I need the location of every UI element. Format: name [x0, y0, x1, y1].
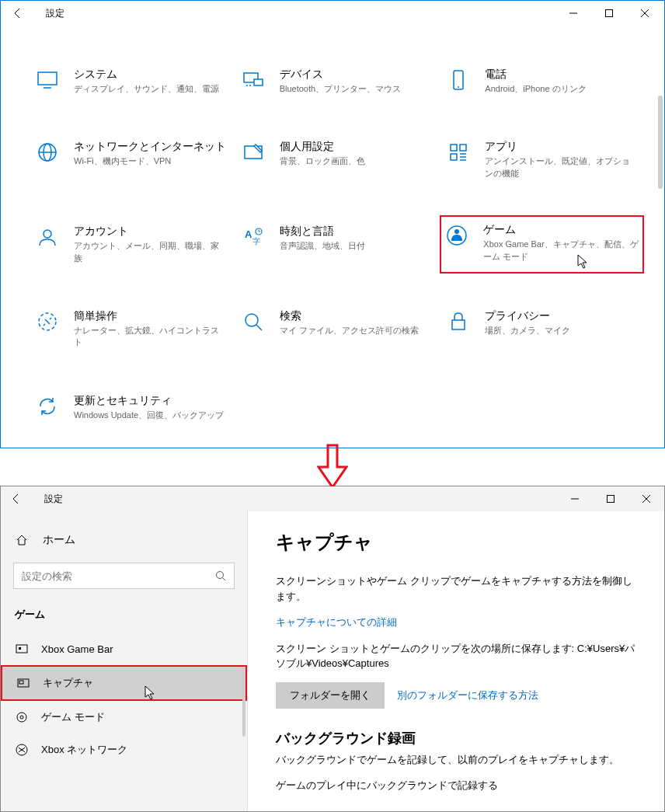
category-title: 検索: [280, 309, 433, 323]
category-title: アカウント: [74, 225, 227, 239]
category-desc: 背景、ロック画面、色: [280, 155, 433, 167]
maximize-button[interactable]: [591, 1, 627, 26]
ease-icon: [35, 309, 60, 334]
learn-more-link[interactable]: キャプチャについての詳細: [276, 616, 397, 628]
svg-rect-17: [460, 145, 466, 151]
category-phone[interactable]: 電話Android、iPhone のリンク: [443, 64, 641, 98]
category-title: 更新とセキュリティ: [74, 394, 227, 408]
open-folder-button[interactable]: フォルダーを開く: [276, 682, 385, 709]
svg-rect-7: [254, 79, 263, 85]
svg-rect-16: [451, 145, 457, 151]
svg-rect-33: [452, 320, 465, 329]
background-toggle-label: ゲームのプレイ中にバックグラウンドで記録する: [276, 778, 636, 793]
search-box[interactable]: [13, 563, 235, 589]
svg-point-11: [458, 86, 459, 88]
intro-text: スクリーンショットやゲーム クリップでゲームをキャプチャする方法を制御します。: [276, 573, 636, 604]
phone-icon: [446, 68, 471, 92]
svg-text:字: 字: [252, 237, 260, 246]
network-icon: [35, 140, 60, 165]
scrollbar[interactable]: [658, 96, 663, 189]
xbox-network-icon: [15, 743, 29, 757]
sidebar-item-label: キャプチャ: [43, 676, 93, 690]
category-title: 時刻と言語: [280, 225, 433, 239]
sidebar-section-label: ゲーム: [1, 601, 247, 633]
close-button[interactable]: [628, 486, 664, 511]
titlebar: 設定: [1, 1, 664, 26]
sidebar-item-xbox-gamebar[interactable]: Xbox Game Bar: [1, 633, 247, 665]
category-privacy[interactable]: プライバシー場所、カメラ、マイク: [443, 306, 641, 352]
home-icon: [15, 533, 29, 547]
captures-icon: [16, 676, 30, 690]
devices-icon: [241, 68, 266, 92]
category-time[interactable]: A字時刻と言語音声認識、地域、日付: [238, 221, 436, 267]
category-desc: Android、iPhone のリンク: [485, 83, 638, 95]
svg-point-29: [454, 229, 459, 234]
svg-rect-40: [16, 645, 27, 653]
svg-rect-1: [606, 10, 613, 17]
category-desc: マイ ファイル、アクセス許可の検索: [280, 325, 433, 336]
category-network[interactable]: ネットワークとインターネットWi-Fi、機内モード、VPN: [32, 137, 230, 183]
svg-point-9: [249, 85, 251, 86]
svg-rect-4: [38, 72, 57, 85]
svg-point-38: [217, 572, 224, 579]
category-personalization[interactable]: 個人用設定背景、ロック画面、色: [238, 137, 436, 183]
category-title: ネットワークとインターネット: [74, 140, 227, 154]
personalization-icon: [241, 140, 266, 165]
category-devices[interactable]: デバイスBluetooth、プリンター、マウス: [238, 64, 436, 98]
settings-window-capture: 設定 ホーム ゲーム Xbox Game Barキャプチャゲーム モードX: [0, 486, 665, 812]
other-folder-link[interactable]: 別のフォルダーに保存する方法: [397, 688, 538, 702]
category-title: ゲーム: [483, 223, 639, 237]
sidebar-item-gamemode[interactable]: ゲーム モード: [1, 701, 247, 734]
sidebar-item-label: Xbox Game Bar: [41, 643, 113, 655]
category-system[interactable]: システムディスプレイ、サウンド、通知、電源: [32, 64, 230, 98]
background-desc: バックグラウンドでゲームを記録して、以前のプレイをキャプチャします。: [276, 752, 636, 768]
sidebar-scrollbar[interactable]: [242, 667, 245, 737]
category-desc: Windows Update、回復、バックアップ: [74, 409, 227, 421]
cursor-icon: [144, 685, 157, 698]
search-input[interactable]: [22, 570, 215, 582]
back-button[interactable]: [7, 490, 26, 508]
save-path-text: スクリーン ショットとゲームのクリップを次の場所に保存します: C:¥Users…: [276, 641, 636, 671]
category-ease[interactable]: 簡単操作ナレーター、拡大鏡、ハイコントラスト: [32, 306, 230, 352]
window-title: 設定: [44, 493, 63, 506]
sidebar-item-captures[interactable]: キャプチャ: [1, 665, 247, 701]
svg-rect-43: [19, 681, 23, 684]
category-desc: ナレーター、拡大鏡、ハイコントラスト: [74, 325, 227, 349]
svg-point-8: [246, 85, 248, 86]
category-update[interactable]: 更新とセキュリティWindows Update、回復、バックアップ: [32, 391, 230, 424]
category-title: 電話: [485, 68, 638, 82]
minimize-button[interactable]: [555, 1, 591, 26]
back-button[interactable]: [9, 4, 27, 23]
category-search[interactable]: 検索マイ ファイル、アクセス許可の検索: [238, 306, 436, 352]
svg-rect-41: [19, 647, 21, 650]
category-accounts[interactable]: アカウントアカウント、メール、同期、職場、家族: [32, 221, 230, 267]
xbox-gamebar-icon: [15, 642, 29, 656]
svg-point-44: [17, 713, 26, 722]
home-button[interactable]: ホーム: [1, 527, 247, 553]
category-desc: アカウント、メール、同期、職場、家族: [74, 240, 227, 264]
category-desc: Wi-Fi、機内モード、VPN: [74, 155, 227, 167]
svg-point-22: [44, 230, 51, 238]
titlebar: 設定: [1, 486, 664, 511]
sidebar-item-label: Xbox ネットワーク: [41, 743, 127, 757]
sidebar-item-xbox-network[interactable]: Xbox ネットワーク: [1, 734, 247, 766]
category-title: デバイス: [280, 68, 433, 82]
maximize-button[interactable]: [593, 486, 628, 511]
svg-text:A: A: [245, 228, 252, 240]
category-apps[interactable]: アプリアンインストール、既定値、オプションの機能: [443, 137, 641, 183]
svg-point-31: [245, 314, 258, 326]
search-icon: [215, 570, 226, 581]
category-desc: Xbox Game Bar、キャプチャ、配信、ゲーム モード: [483, 239, 639, 263]
svg-point-45: [20, 716, 23, 719]
close-button[interactable]: [627, 1, 663, 26]
apps-icon: [446, 140, 471, 165]
category-title: プライバシー: [485, 309, 638, 323]
minimize-button[interactable]: [557, 486, 593, 511]
category-gaming[interactable]: ゲームXbox Game Bar、キャプチャ、配信、ゲーム モード: [440, 215, 644, 274]
svg-line-32: [256, 325, 262, 330]
home-label: ホーム: [43, 533, 75, 547]
category-title: アプリ: [485, 140, 638, 154]
sidebar: ホーム ゲーム Xbox Game Barキャプチャゲーム モードXbox ネッ…: [1, 511, 248, 811]
category-desc: ディスプレイ、サウンド、通知、電源: [74, 83, 227, 95]
svg-rect-35: [608, 496, 615, 503]
